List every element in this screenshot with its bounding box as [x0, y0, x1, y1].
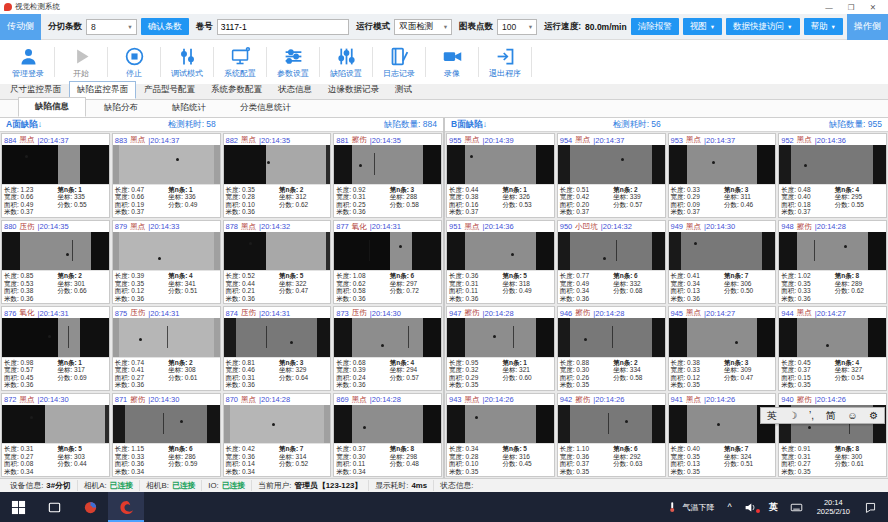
run-mode-select[interactable]: 双面检测 ▼: [394, 19, 452, 35]
defect-settings-button[interactable]: 缺陷设置: [320, 45, 372, 79]
chevron-down-icon: ▼: [528, 24, 533, 30]
defect-cell[interactable]: 877氧化|20:14:31长度: 1.08宽度: 0.62面积: 0.58米数…: [333, 220, 442, 305]
clear-alarm-button[interactable]: 清除报警: [631, 18, 679, 35]
help-menu-button[interactable]: 帮助 ▼: [804, 18, 843, 35]
close-button[interactable]: ✕: [862, 1, 884, 14]
chevron-down-icon: ▼: [831, 24, 836, 30]
defect-cell[interactable]: 875压伤|20:14:31长度: 0.74宽度: 0.41面积: 0.27米数…: [112, 306, 221, 391]
system-config-button[interactable]: 系统配置: [214, 45, 266, 79]
defect-cell[interactable]: 949黑点|20:14:30长度: 0.41宽度: 0.34面积: 0.13米数…: [668, 220, 777, 305]
defect-cell[interactable]: 869黑点|20:14:28长度: 0.37宽度: 0.30面积: 0.11米数…: [333, 393, 442, 478]
transmission-side-button[interactable]: 传动侧: [0, 14, 41, 40]
defect-cell[interactable]: 870黑点|20:14:28长度: 0.42宽度: 0.36面积: 0.14米数…: [223, 393, 332, 478]
log-record-button[interactable]: 日志记录: [373, 45, 425, 79]
sub-tab-2[interactable]: 缺陷统计: [156, 99, 222, 117]
defect-time: |20:14:26: [483, 395, 514, 404]
defect-cell[interactable]: 943黑点|20:14:26长度: 0.34宽度: 0.28面积: 0.10米数…: [446, 393, 555, 478]
defect-cell[interactable]: 872黑点|20:14:30长度: 0.31宽度: 0.27面积: 0.08米数…: [1, 393, 110, 478]
defect-cell[interactable]: 954黑点|20:14:37长度: 0.51宽度: 0.42面积: 0.20米数…: [557, 133, 666, 218]
ime-bar-item-3[interactable]: 简: [826, 408, 836, 423]
param-settings-button[interactable]: 参数设置: [267, 45, 319, 79]
detection-app-button[interactable]: [108, 492, 144, 522]
main-tab-2[interactable]: 产品型号配置: [136, 81, 203, 99]
defect-cell[interactable]: 950小凹坑|20:14:32长度: 0.77宽度: 0.49面积: 0.34米…: [557, 220, 666, 305]
defect-cell[interactable]: 878黑点|20:14:32长度: 0.52宽度: 0.44面积: 0.21米数…: [223, 220, 332, 305]
metric-meter: 米数: 0.36: [336, 381, 389, 389]
defect-cell-header: 949黑点|20:14:30: [669, 221, 776, 232]
defect-cell[interactable]: 955黑点|20:14:39长度: 0.44宽度: 0.38面积: 0.16米数…: [446, 133, 555, 218]
metric-coord-label: 坐标:: [168, 453, 183, 460]
metric-meter-label: 米数:: [115, 208, 130, 215]
defect-cell[interactable]: 884黑点|20:14:37长度: 1.23宽度: 0.66面积: 0.49米数…: [1, 133, 110, 218]
defect-cell[interactable]: 876氧化|20:14:31长度: 0.98宽度: 0.57面积: 0.45米数…: [1, 306, 110, 391]
ime-bar-item-4[interactable]: ☺: [847, 408, 857, 423]
task-view-button[interactable]: [36, 492, 72, 522]
defect-time: |20:14:28: [593, 309, 624, 318]
strip-count-select[interactable]: 8 ▼: [86, 19, 137, 35]
main-tab-3[interactable]: 系统参数配置: [203, 81, 270, 99]
ime-bar-item-0[interactable]: 英: [767, 408, 777, 423]
defect-cell[interactable]: 940擦伤|20:14:26长度: 0.91宽度: 0.31面积: 0.27米数…: [778, 393, 887, 478]
action-center-button[interactable]: [859, 492, 882, 522]
metric-strip-value: 3: [743, 359, 748, 366]
pinned-app-button[interactable]: [72, 492, 108, 522]
defect-mark: [272, 423, 275, 426]
roll-number-input[interactable]: [217, 19, 349, 35]
hidden-icons-button[interactable]: ^: [722, 492, 736, 522]
metric-meter: 米数: 0.36: [226, 381, 279, 389]
main-tab-4[interactable]: 状态信息: [270, 81, 320, 99]
defect-cell[interactable]: 873压伤|20:14:30长度: 0.68宽度: 0.39面积: 0.24米数…: [333, 306, 442, 391]
defect-cell[interactable]: 944黑点|20:14:27长度: 0.45宽度: 0.37面积: 0.15米数…: [778, 306, 887, 391]
record-video-button[interactable]: 录像: [426, 45, 478, 79]
panel-title: A面缺陷↓: [6, 119, 168, 131]
debug-mode-button[interactable]: 调试模式: [161, 45, 213, 79]
defect-mark: [475, 416, 478, 419]
defect-id: 943: [449, 395, 462, 404]
clock-widget[interactable]: 20:14 2025/2/10: [810, 498, 857, 516]
main-tab-6[interactable]: 测试: [387, 81, 420, 99]
defect-cell[interactable]: 879黑点|20:14:33长度: 0.39宽度: 0.35面积: 0.12米数…: [112, 220, 221, 305]
exit-program-button[interactable]: 退出程序: [479, 45, 531, 79]
maximize-button[interactable]: ❐: [840, 1, 862, 14]
metric-area: 面积: 0.24: [336, 374, 389, 382]
defect-cell[interactable]: 882黑点|20:14:35长度: 0.35宽度: 0.28面积: 0.10米数…: [223, 133, 332, 218]
defect-cell[interactable]: 946擦伤|20:14:28长度: 0.88宽度: 0.30面积: 0.26米数…: [557, 306, 666, 391]
metric-coord-value: 326: [517, 193, 530, 200]
ime-bar-item-2[interactable]: ’,: [809, 408, 814, 423]
chart-points-select[interactable]: 100 ▼: [497, 19, 537, 35]
metric-coord-label: 坐标:: [390, 193, 405, 200]
defect-cell[interactable]: 881擦伤|20:14:35长度: 0.92宽度: 0.31面积: 0.25米数…: [333, 133, 442, 218]
sub-tab-1[interactable]: 缺陷分布: [88, 99, 154, 117]
defect-cell[interactable]: 874压伤|20:14:31长度: 0.81宽度: 0.46面积: 0.31米数…: [223, 306, 332, 391]
keyboard-button[interactable]: [785, 492, 808, 522]
defect-cell[interactable]: 880压伤|20:14:35长度: 0.85宽度: 0.53面积: 0.38米数…: [1, 220, 110, 305]
defect-cell[interactable]: 871擦伤|20:14:30长度: 1.15宽度: 0.33面积: 0.36米数…: [112, 393, 221, 478]
defect-cell[interactable]: 945黑点|20:14:27长度: 0.38宽度: 0.33面积: 0.12米数…: [668, 306, 777, 391]
defect-cell[interactable]: 951黑点|20:14:36长度: 0.36宽度: 0.31面积: 0.11米数…: [446, 220, 555, 305]
start-button[interactable]: 开始: [55, 45, 107, 79]
main-tab-5[interactable]: 边缘数据记录: [320, 81, 387, 99]
defect-cell[interactable]: 952黑点|20:14:36长度: 0.48宽度: 0.40面积: 0.18米数…: [778, 133, 887, 218]
minimize-button[interactable]: —: [818, 1, 840, 14]
defect-cell[interactable]: 947擦伤|20:14:28长度: 0.95宽度: 0.32面积: 0.29米数…: [446, 306, 555, 391]
confirm-strips-button[interactable]: 确认条数: [141, 18, 189, 35]
defect-cell[interactable]: 953黑点|20:14:37长度: 0.33宽度: 0.29面积: 0.09米数…: [668, 133, 777, 218]
ime-language-button[interactable]: 英: [764, 492, 783, 522]
volume-button[interactable]: [739, 492, 762, 522]
defect-cell[interactable]: 883黑点|20:14:37长度: 0.47宽度: 0.66面积: 0.19米数…: [112, 133, 221, 218]
operation-side-button[interactable]: 操作侧: [847, 14, 888, 40]
sub-tab-0[interactable]: 缺陷信息: [18, 97, 86, 117]
defect-cell[interactable]: 941黑点|20:14:26长度: 0.40宽度: 0.35面积: 0.13米数…: [668, 393, 777, 478]
admin-login-button[interactable]: 管理登录: [2, 45, 54, 79]
metric-width-value: 0.66: [130, 193, 144, 200]
view-menu-button[interactable]: 视图 ▼: [683, 18, 722, 35]
defect-cell[interactable]: 948擦伤|20:14:28长度: 1.02宽度: 0.35面积: 0.33米数…: [778, 220, 887, 305]
start-button[interactable]: [0, 492, 36, 522]
ime-bar-item-1[interactable]: ☽: [788, 408, 797, 423]
ime-bar-item-5[interactable]: ⚙: [869, 408, 878, 423]
defect-cell[interactable]: 942擦伤|20:14:26长度: 1.10宽度: 0.36面积: 0.37米数…: [557, 393, 666, 478]
weather-widget[interactable]: 气温下降: [658, 492, 722, 522]
sub-tab-3[interactable]: 分类信息统计: [224, 99, 307, 117]
data-shortcut-menu-button[interactable]: 数据快捷访问 ▼: [726, 18, 799, 35]
stop-button[interactable]: 停止: [108, 45, 160, 79]
